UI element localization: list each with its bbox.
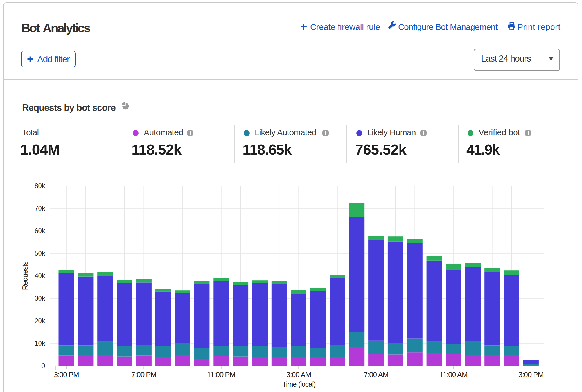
svg-text:3:00 PM: 3:00 PM [54, 370, 79, 379]
svg-text:40k: 40k [35, 272, 46, 280]
svg-text:Time (local): Time (local) [282, 380, 316, 388]
svg-text:80k: 80k [35, 182, 46, 190]
svg-text:3:00 AM: 3:00 AM [286, 370, 311, 379]
svg-text:60k: 60k [35, 227, 46, 235]
svg-text:0: 0 [41, 362, 45, 370]
svg-text:20k: 20k [35, 317, 46, 325]
svg-text:30k: 30k [35, 294, 46, 302]
svg-text:70k: 70k [35, 204, 46, 212]
svg-text:7:00 AM: 7:00 AM [364, 370, 389, 379]
svg-text:11:00 AM: 11:00 AM [439, 370, 467, 379]
svg-text:Requests: Requests [21, 261, 29, 290]
svg-text:3:00 PM: 3:00 PM [518, 370, 543, 379]
svg-text:7:00 PM: 7:00 PM [131, 370, 156, 379]
svg-text:10k: 10k [35, 339, 46, 347]
svg-text:11:00 PM: 11:00 PM [207, 370, 236, 379]
svg-text:50k: 50k [35, 249, 46, 257]
